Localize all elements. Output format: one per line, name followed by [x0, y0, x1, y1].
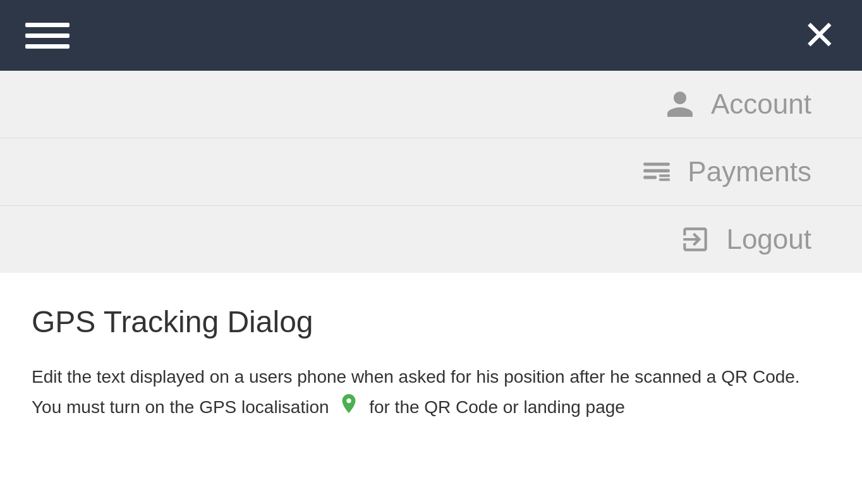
svg-rect-1: [644, 169, 671, 172]
logout-label: Logout: [726, 224, 811, 255]
description-text-part2: for the QR Code or landing page: [369, 397, 625, 417]
account-menu-item[interactable]: Account: [0, 71, 862, 138]
hamburger-menu-button[interactable]: [25, 23, 70, 49]
navbar: ✕: [0, 0, 862, 71]
svg-rect-2: [644, 176, 657, 179]
gps-pin-icon: [337, 392, 360, 424]
close-button[interactable]: ✕: [803, 15, 837, 56]
payments-icon: [641, 156, 672, 188]
page-description: Edit the text displayed on a users phone…: [32, 362, 830, 424]
svg-rect-4: [660, 178, 671, 181]
account-label: Account: [711, 88, 811, 120]
svg-rect-0: [644, 162, 671, 165]
logout-icon: [679, 224, 711, 255]
logout-menu-item[interactable]: Logout: [0, 206, 862, 273]
page-title: GPS Tracking Dialog: [32, 304, 830, 339]
payments-label: Payments: [688, 156, 811, 188]
menu-section: Account Payments Logout: [0, 71, 862, 273]
user-icon: [664, 88, 696, 120]
content-section: GPS Tracking Dialog Edit the text displa…: [0, 273, 862, 450]
svg-rect-3: [660, 174, 671, 177]
payments-menu-item[interactable]: Payments: [0, 138, 862, 206]
